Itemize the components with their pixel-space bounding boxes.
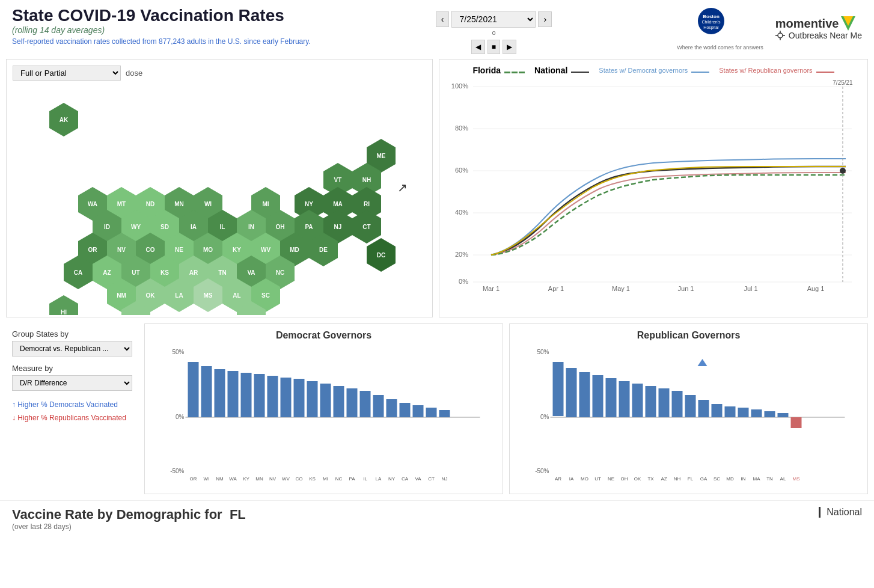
svg-text:WY: WY <box>131 224 141 230</box>
rep-bar-chart-panel: Republican Governors 50% 0% -50% AR IA M… <box>509 323 868 494</box>
svg-text:KS: KS <box>160 269 169 276</box>
svg-text:DC: DC <box>377 252 385 259</box>
svg-text:AK: AK <box>60 117 69 123</box>
svg-rect-154 <box>294 379 305 417</box>
svg-text:0%: 0% <box>540 414 549 420</box>
state-ct[interactable]: CT <box>352 210 381 243</box>
svg-text:Jul 1: Jul 1 <box>744 285 757 292</box>
prev-date-button[interactable]: ‹ <box>436 11 450 27</box>
svg-text:TX: TX <box>647 476 654 482</box>
svg-text:Aug 1: Aug 1 <box>807 285 825 292</box>
measure-by-select[interactable]: D/R Difference Vaccination Rate <box>12 375 132 391</box>
svg-text:NV: NV <box>269 476 277 482</box>
svg-text:KY: KY <box>243 476 249 482</box>
play-forward-button[interactable]: ▶ <box>503 40 516 54</box>
svg-text:WV: WV <box>261 247 270 253</box>
svg-text:LA: LA <box>376 476 382 482</box>
state-hi[interactable]: HI <box>49 295 78 315</box>
svg-rect-150 <box>267 376 278 417</box>
rep-vaccinated-legend: ↓ Higher % Republicans Vaccinated <box>12 414 132 422</box>
state-dc[interactable]: DC <box>367 238 396 272</box>
legend-rep-states: States w/ Republican governors <box>719 66 834 75</box>
date-nav: ‹ 7/25/2021 › <box>436 11 552 28</box>
svg-rect-207 <box>712 404 723 417</box>
svg-text:SD: SD <box>160 224 169 230</box>
outbreaks-near-me: Outbreaks Near Me <box>775 31 862 40</box>
svg-text:80%: 80% <box>455 124 468 132</box>
svg-text:20%: 20% <box>455 251 468 258</box>
svg-text:VA: VA <box>415 476 421 482</box>
bottom-section: Group States by Democrat vs. Republican … <box>6 323 868 494</box>
svg-text:GA: GA <box>700 476 707 482</box>
state-ak[interactable]: AK <box>49 103 78 136</box>
play-back-button[interactable]: ◀ <box>471 40 485 54</box>
svg-rect-176 <box>439 410 450 417</box>
stop-button[interactable]: ■ <box>487 40 500 54</box>
outbreaks-label: Outbreaks Near Me <box>789 31 862 40</box>
svg-rect-174 <box>426 408 437 417</box>
svg-text:MS: MS <box>204 292 213 299</box>
svg-text:60%: 60% <box>455 167 468 174</box>
svg-text:MN: MN <box>255 476 263 482</box>
svg-text:MD: MD <box>726 476 734 482</box>
svg-rect-170 <box>400 403 411 417</box>
svg-text:MN: MN <box>174 201 184 207</box>
momentive-logo: momentive Outbreaks Near Me <box>775 16 862 40</box>
svg-text:KS: KS <box>309 476 316 482</box>
group-states-control: Group States by Democrat vs. Republican … <box>12 329 132 357</box>
svg-text:NV: NV <box>117 247 126 253</box>
svg-text:WA: WA <box>229 476 237 482</box>
hex-map-svg[interactable]: .hex-g { cursor: pointer; } .hex-g:hover… <box>13 87 421 315</box>
svg-text:MA: MA <box>753 476 761 482</box>
svg-rect-205 <box>698 400 709 417</box>
svg-rect-160 <box>334 386 344 417</box>
momentive-brand: momentive <box>775 17 839 31</box>
svg-text:GA: GA <box>247 315 256 316</box>
svg-text:WI: WI <box>204 476 210 482</box>
legend-florida-label: Florida <box>472 66 501 75</box>
group-states-label: Group States by <box>12 329 132 338</box>
date-select[interactable]: 7/25/2021 <box>451 11 536 28</box>
svg-text:PA: PA <box>305 224 313 230</box>
svg-rect-183 <box>553 362 564 416</box>
svg-point-133 <box>840 168 846 174</box>
chart-legend: Florida National States w/ Democrat gove… <box>445 66 861 75</box>
svg-text:NH: NH <box>674 476 681 482</box>
group-states-select[interactable]: Democrat vs. Republican ... All States <box>12 341 132 357</box>
svg-text:MA: MA <box>333 201 343 207</box>
next-date-button[interactable]: › <box>538 11 552 27</box>
svg-rect-162 <box>347 388 358 417</box>
dose-select[interactable]: Full or Partial Full Only Partial Only <box>13 66 121 81</box>
svg-text:AR: AR <box>189 269 198 276</box>
svg-rect-191 <box>606 378 617 417</box>
svg-text:OK: OK <box>634 476 641 482</box>
svg-text:CO: CO <box>146 247 155 253</box>
svg-text:May 1: May 1 <box>612 285 630 292</box>
svg-text:IN: IN <box>741 476 746 482</box>
svg-text:TX: TX <box>132 315 140 316</box>
svg-text:SC: SC <box>261 292 270 299</box>
svg-text:MI: MI <box>323 476 328 482</box>
svg-text:MO: MO <box>581 476 588 482</box>
svg-text:RI: RI <box>364 201 370 207</box>
svg-text:100%: 100% <box>451 82 468 90</box>
svg-rect-193 <box>619 381 630 417</box>
footer-left: Vaccine Rate by Demographic for FL (over… <box>12 507 246 531</box>
svg-text:KY: KY <box>233 247 241 253</box>
svg-text:ND: ND <box>146 201 154 207</box>
measure-by-control: Measure by D/R Difference Vaccination Ra… <box>12 364 132 391</box>
slider-label: o <box>492 29 495 36</box>
top-section: Full or Partial Full Only Partial Only d… <box>6 59 868 317</box>
svg-rect-168 <box>387 399 397 417</box>
header-center: ‹ 7/25/2021 › o ◀ ■ ▶ <box>436 11 552 54</box>
svg-text:OR: OR <box>190 476 197 482</box>
svg-rect-187 <box>579 372 590 417</box>
svg-text:40%: 40% <box>455 209 468 216</box>
header-left: State COVID-19 Vaccination Rates (rollin… <box>12 6 311 46</box>
virus-icon <box>775 31 785 40</box>
svg-text:MD: MD <box>290 247 299 253</box>
svg-text:IN: IN <box>248 224 254 230</box>
svg-text:VA: VA <box>247 269 255 276</box>
svg-text:WV: WV <box>282 476 290 482</box>
footer-national: National <box>819 507 862 518</box>
